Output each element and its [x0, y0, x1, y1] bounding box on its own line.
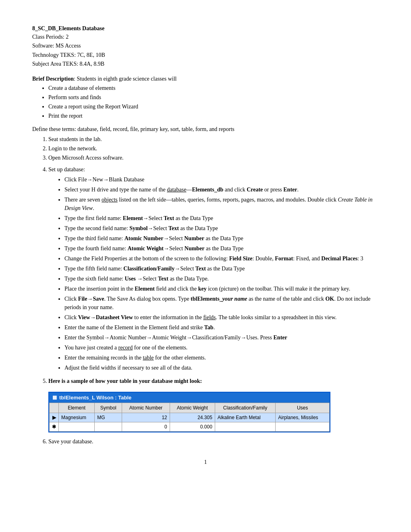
list-item: You have just created a record for one o… [64, 343, 379, 352]
step6-section: Save your database. [32, 437, 379, 446]
column-header-uses: Uses [276, 403, 330, 413]
cell-element: Magnesium [59, 413, 95, 422]
list-item: Enter the Symbol→Atomic Number→Atomic We… [64, 333, 379, 342]
step5-heading: Here is a sample of how your table in yo… [48, 378, 202, 384]
list-item: Type the third field name: Atomic Number… [64, 234, 379, 243]
list-item: Type the fourth field name: Atomic Weigh… [64, 244, 379, 253]
list-item: Create a database of elements [48, 84, 379, 92]
cell-atomic-weight: 24.305 [170, 413, 215, 422]
brief-description-section: Brief Description: Students in eighth gr… [32, 75, 379, 120]
list-item: Type the fifth field name: Classificatio… [64, 264, 379, 273]
cell-atomic-number: 0 [122, 422, 170, 432]
cell-symbol [95, 422, 122, 432]
cell-classification: Alkaline Earth Metal [215, 413, 275, 422]
list-item: Print the report [48, 112, 379, 120]
list-item: Type the second field name: Symbol→Selec… [64, 224, 379, 233]
step5-list: Here is a sample of how your table in yo… [48, 377, 379, 433]
tech-teks: Technology TEKS: 7C, 8E, 10B [32, 51, 379, 60]
list-item: There are seven objects listed on the le… [64, 195, 379, 212]
list-item: Click File→Save. The Save As dialog box … [64, 295, 379, 312]
cell-atomic-number: 12 [122, 413, 170, 422]
db-title-bar: ▦ tblElements_L Wilson : Table [49, 393, 330, 403]
step5-item: Here is a sample of how your table in yo… [48, 377, 379, 433]
page-number: 1 [32, 458, 379, 466]
step4-subbullets: Click File→New→Blank Database Select you… [64, 175, 379, 372]
list-item: Click View→Datasheet View to enter the i… [64, 313, 379, 322]
table-row: ✱ 0 0.000 [50, 422, 330, 432]
elements-table: Element Symbol Atomic Number Atomic Weig… [49, 403, 330, 432]
subject-teks: Subject Area TEKS: 8.4A, 8.9B [32, 60, 379, 69]
cell-classification [215, 422, 275, 432]
list-item: Type the sixth field name: Uses →Select … [64, 274, 379, 283]
document-header: 8_SC_DB_Elements Database Class Periods:… [32, 24, 379, 69]
column-header-element: Element [59, 403, 95, 413]
list-item: Enter the remaining records in the table… [64, 353, 379, 362]
step6-item: Save your database. [48, 437, 379, 446]
list-item: Place the insertion point in the Element… [64, 285, 379, 293]
column-header-classification: Classification/Family [215, 403, 275, 413]
cell-uses: Airplanes, Missiles [276, 413, 330, 422]
cell-atomic-weight: 0.000 [170, 422, 215, 432]
list-item: Open Microsoft Access software. [48, 154, 379, 162]
table-row: ▶ Magnesium MG 12 24.305 Alkaline Earth … [50, 413, 330, 422]
list-item: Enter the name of the Element in the Ele… [64, 323, 379, 332]
step5-section: Here is a sample of how your table in yo… [32, 377, 379, 433]
db-title-text: tblElements_L Wilson : Table [59, 394, 131, 402]
column-header-symbol: Symbol [95, 403, 122, 413]
row-indicator: ✱ [50, 422, 59, 432]
list-item: Adjust the field widths if necessary to … [64, 364, 379, 372]
column-header-atomic-number: Atomic Number [122, 403, 170, 413]
define-line: Define these terms: database, field, rec… [32, 125, 379, 133]
list-item: Change the Field Properties at the botto… [64, 254, 379, 263]
list-item: Perform sorts and finds [48, 93, 379, 102]
software: Software: MS Access [32, 42, 379, 50]
document-title: 8_SC_DB_Elements Database [32, 24, 379, 33]
list-item: Select your H drive and type the name of… [64, 185, 379, 194]
list-item: Create a report using the Report Wizard [48, 102, 379, 111]
column-header-atomic-weight: Atomic Weight [170, 403, 215, 413]
step6-list: Save your database. [48, 437, 379, 446]
database-table-sample: ▦ tblElements_L Wilson : Table Element S… [48, 392, 330, 433]
brief-desc-label: Brief Description [32, 76, 74, 82]
table-header-row: Element Symbol Atomic Number Atomic Weig… [50, 403, 330, 413]
list-item: Login to the network. [48, 144, 379, 153]
list-item: Click File→New→Blank Database [64, 175, 379, 184]
brief-desc-intro: : Students in eighth grade science class… [74, 76, 176, 82]
cell-element [59, 422, 95, 432]
cell-symbol: MG [95, 413, 122, 422]
step4-section: Set up database: Click File→New→Blank Da… [32, 165, 379, 372]
class-periods: Class Periods: 2 [32, 33, 379, 42]
steps-1-3-list: Seat students in the lab. Login to the n… [48, 135, 379, 162]
brief-description-list: Create a database of elements Perform so… [48, 84, 379, 120]
row-indicator-header [50, 403, 59, 413]
cell-uses [276, 422, 330, 432]
list-item: Seat students in the lab. [48, 135, 379, 143]
row-indicator: ▶ [50, 413, 59, 422]
step4-list: Set up database: Click File→New→Blank Da… [48, 165, 379, 372]
list-item: Type the first field name: Element→Selec… [64, 214, 379, 222]
step4-item: Set up database: Click File→New→Blank Da… [48, 165, 379, 372]
table-icon: ▦ [52, 394, 57, 401]
